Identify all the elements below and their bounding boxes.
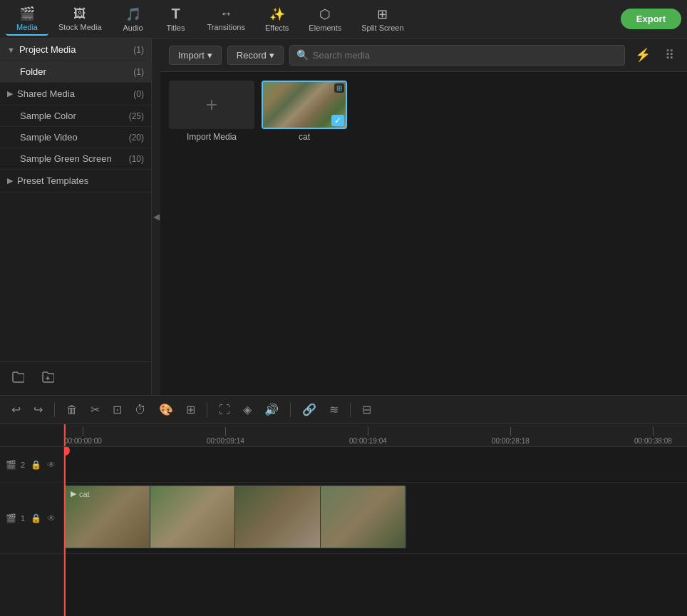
connect-track-button[interactable]: ⊟	[358, 400, 376, 419]
folder-label: Folder	[20, 66, 133, 77]
cat-clip-label: ▶ cat	[71, 489, 90, 498]
audio-clip-button[interactable]: ≋	[325, 400, 343, 419]
ruler-line-2	[368, 427, 368, 436]
track-1-num: 1	[21, 514, 25, 523]
sidebar-item-project-media[interactable]: ▼ Project Media (1)	[0, 38, 151, 61]
record-chevron-icon: ▾	[269, 50, 274, 61]
ruler-line-4	[653, 427, 654, 436]
ruler-line-0	[83, 427, 83, 436]
project-media-label: Project Media	[19, 44, 133, 55]
split-screen-icon: ⊞	[377, 6, 388, 22]
main-area: ▼ Project Media (1) Folder (1) ▶ Shared …	[0, 38, 687, 395]
link-button[interactable]: 🔗	[298, 400, 321, 419]
timeline-left: 🎬 2 🔒 👁 🎬 1 🔒 👁	[0, 424, 64, 616]
video-icon-1: 🎬	[6, 513, 16, 523]
export-button[interactable]: Export	[621, 9, 681, 29]
sample-video-label: Sample Video	[20, 132, 129, 143]
search-icon: 🔍	[296, 49, 309, 61]
transitions-label: Transitions	[207, 23, 245, 31]
crop-button[interactable]: ⊡	[108, 400, 126, 419]
titles-icon: T	[171, 6, 180, 22]
search-container: 🔍	[289, 45, 625, 66]
search-input[interactable]	[289, 45, 625, 66]
shared-media-label: Shared Media	[17, 88, 133, 99]
import-button[interactable]: Import ▾	[169, 46, 222, 65]
sidebar-item-folder[interactable]: Folder (1)	[0, 61, 151, 83]
audio-btn[interactable]: 🔊	[260, 400, 283, 419]
cat-label: cat	[299, 132, 310, 142]
media-label: Media	[16, 23, 38, 31]
import-media-item[interactable]: + Import Media	[169, 81, 254, 142]
ruler-label-0: 00:00:00:00	[64, 437, 102, 445]
toolbar-transitions[interactable]: ↔ Transitions	[197, 4, 255, 34]
film-badge: ⊞	[334, 83, 344, 93]
chevron-down-icon: ▼	[7, 46, 15, 54]
audio-label: Audio	[123, 24, 143, 32]
clip-frames	[65, 486, 406, 548]
audio-icon: 🎵	[125, 6, 141, 22]
marker-button[interactable]: ◈	[239, 400, 256, 419]
video-icon-2: 🎬	[6, 460, 16, 470]
sidebar-item-sample-color[interactable]: Sample Color (25)	[0, 106, 151, 127]
track-row-2[interactable]	[64, 447, 687, 483]
titles-label: Titles	[167, 24, 185, 32]
sidebar-item-shared-media[interactable]: ▶ Shared Media (0)	[0, 83, 151, 106]
stabilize-button[interactable]: ⊞	[182, 400, 200, 419]
clip-frame-2	[150, 486, 236, 548]
toolbar-stock-media[interactable]: 🖼 Stock Media	[48, 4, 112, 34]
stock-media-icon: 🖼	[73, 6, 86, 21]
delete-button[interactable]: 🗑	[62, 401, 82, 419]
color-button[interactable]: 🎨	[155, 400, 177, 419]
cut-button[interactable]: ✂	[86, 400, 104, 419]
track-1-lock[interactable]: 🔒	[29, 512, 43, 525]
sidebar-footer	[0, 361, 151, 395]
new-folder-button[interactable]	[36, 368, 60, 389]
import-chevron-icon: ▾	[207, 50, 212, 61]
toolbar-audio[interactable]: 🎵 Audio	[112, 4, 155, 35]
track-2-lock[interactable]: 🔒	[29, 458, 43, 471]
toolbar-split-screen[interactable]: ⊞ Split Screen	[351, 4, 413, 35]
fullscreen-button[interactable]: ⛶	[215, 401, 234, 419]
track-2-visibility[interactable]: 👁	[46, 458, 57, 471]
sample-green-screen-label: Sample Green Screen	[20, 153, 129, 164]
redo-button[interactable]: ↪	[29, 400, 47, 419]
toolbar-effects[interactable]: ✨ Effects	[255, 4, 299, 35]
sidebar-item-preset-templates[interactable]: ▶ Preset Templates	[0, 170, 151, 192]
playhead[interactable]	[64, 447, 66, 616]
sidebar-item-sample-video[interactable]: Sample Video (20)	[0, 127, 151, 148]
timeline-section: ↩ ↪ 🗑 ✂ ⊡ ⏱ 🎨 ⊞ ⛶ ◈ 🔊 🔗 ≋ ⊟ 🎬 2 🔒 👁	[0, 395, 687, 616]
elements-icon: ⬡	[319, 6, 331, 22]
filter-button[interactable]: ⚡	[631, 44, 655, 66]
track-1-visibility[interactable]: 👁	[46, 512, 57, 525]
cat-media-item[interactable]: ⊞ ✓ cat	[262, 81, 347, 142]
folder-count: (1)	[133, 67, 144, 77]
toolbar-elements[interactable]: ⬡ Elements	[299, 4, 351, 35]
timeline-left-header	[0, 424, 63, 447]
sample-color-label: Sample Color	[20, 111, 129, 121]
stock-media-label: Stock Media	[58, 23, 102, 31]
ruler-label-1: 00:00:09:14	[207, 437, 244, 445]
sidebar: ▼ Project Media (1) Folder (1) ▶ Shared …	[0, 38, 152, 395]
content-toolbar: Import ▾ Record ▾ 🔍 ⚡ ⠿	[160, 38, 687, 72]
toolbar-divider-4	[350, 403, 351, 417]
plus-icon: +	[206, 93, 217, 116]
add-folder-button[interactable]	[6, 368, 30, 389]
track-1-controls: 🔒 👁	[29, 512, 57, 525]
timeline-area: 🎬 2 🔒 👁 🎬 1 🔒 👁	[0, 424, 687, 616]
cat-clip[interactable]: ▶ cat	[64, 486, 406, 548]
toolbar-divider-3	[290, 403, 291, 417]
speed-button[interactable]: ⏱	[130, 401, 150, 419]
undo-button[interactable]: ↩	[7, 400, 25, 419]
toolbar-titles[interactable]: T Titles	[155, 3, 197, 35]
toolbar-media[interactable]: 🎬 Media	[6, 3, 48, 36]
record-button[interactable]: Record ▾	[227, 46, 284, 65]
track-row-1[interactable]: ▶ cat	[64, 483, 687, 554]
toolbar-divider-2	[207, 403, 207, 417]
track-1-label: 🎬 1 🔒 👁	[0, 483, 63, 554]
track-2-label: 🎬 2 🔒 👁	[0, 447, 63, 483]
ruler-label-2: 00:00:19:04	[349, 437, 387, 445]
sidebar-item-sample-green-screen[interactable]: Sample Green Screen (10)	[0, 148, 151, 170]
collapse-handle[interactable]: ◀	[152, 38, 160, 395]
import-media-label: Import Media	[187, 132, 237, 142]
grid-view-button[interactable]: ⠿	[661, 44, 678, 66]
